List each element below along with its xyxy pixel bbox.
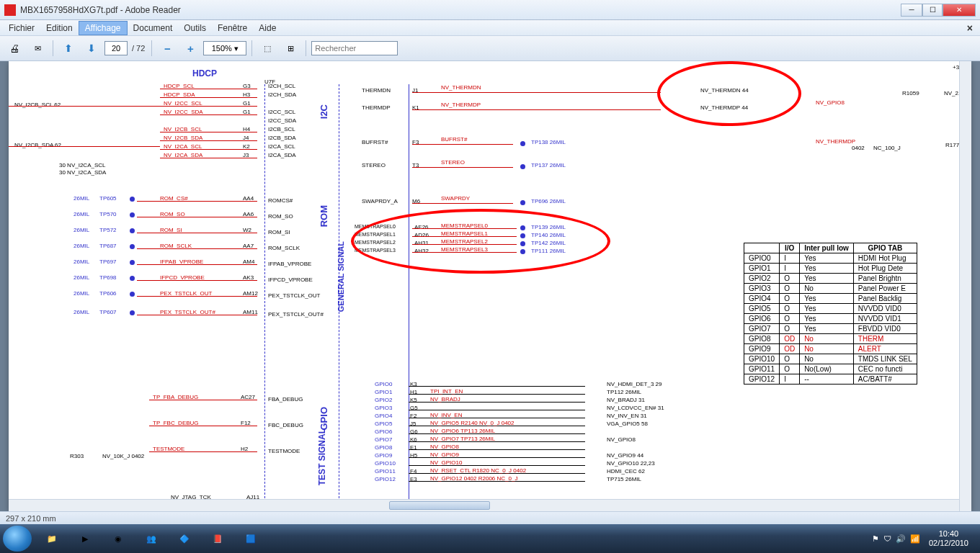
offpage: VGA_GPIO5 58 bbox=[607, 421, 648, 427]
menu-document[interactable]: Document bbox=[128, 22, 179, 35]
clock-time: 10:40 bbox=[929, 529, 968, 539]
r303: R303 bbox=[70, 453, 84, 459]
table-row: GPIO1 I Yes Hot Plug Dete bbox=[744, 264, 917, 274]
wire bbox=[137, 233, 257, 233]
tp-ref: TP698 bbox=[99, 274, 117, 281]
cell: No(Low) bbox=[800, 364, 854, 374]
wire bbox=[412, 203, 513, 204]
page-total: / 72 bbox=[132, 44, 145, 53]
table-row: GPIO10 O No TMDS LINK SEL bbox=[744, 354, 917, 364]
cell: OD bbox=[780, 344, 800, 354]
task-explorer[interactable]: 📁 bbox=[36, 526, 68, 552]
h-scrollbar-thumb[interactable] bbox=[389, 501, 490, 510]
pin-func: IFPCD_VPROBE bbox=[268, 276, 313, 283]
chip-mid-edge bbox=[339, 84, 339, 502]
wire bbox=[137, 217, 257, 217]
close-button[interactable]: ✕ bbox=[943, 4, 976, 17]
tp-mil: 26MIL bbox=[74, 243, 89, 249]
print-button[interactable] bbox=[4, 40, 24, 57]
tray-icon[interactable]: 📶 bbox=[910, 534, 920, 544]
cell: HDMI Hot Plug bbox=[853, 253, 917, 264]
cell: Yes bbox=[800, 324, 854, 334]
v-scrollbar[interactable] bbox=[959, 61, 971, 511]
pin: AC27 bbox=[241, 394, 255, 400]
menu-affichage[interactable]: Affichage bbox=[79, 21, 128, 35]
cell: O bbox=[780, 274, 800, 284]
gpio-func: GPIO9 bbox=[375, 452, 392, 459]
net: NV_INV_EN bbox=[430, 412, 462, 418]
window-buttons: ─ ☐ ✕ bbox=[901, 4, 976, 17]
test-point-icon bbox=[130, 228, 135, 233]
task-app1[interactable]: 🔷 bbox=[169, 526, 200, 552]
menu-fenetre[interactable]: Fenêtre bbox=[212, 22, 253, 35]
task-msn[interactable]: 👥 bbox=[135, 526, 167, 552]
test-point-icon bbox=[520, 164, 525, 169]
pin: AA4 bbox=[243, 195, 254, 202]
task-wmp[interactable]: ▶ bbox=[69, 526, 101, 552]
gpio-th-3: GPIO TAB bbox=[853, 243, 917, 253]
pin-func: IFPAB_VPROBE bbox=[268, 261, 311, 267]
page-number-input[interactable] bbox=[104, 41, 128, 55]
minimize-button[interactable]: ─ bbox=[901, 4, 922, 17]
tp-ref: TP137 26MIL bbox=[531, 162, 566, 168]
page-up-button[interactable] bbox=[58, 40, 79, 57]
fit-page-button[interactable]: ⊞ bbox=[280, 40, 300, 57]
zoom-in-button[interactable] bbox=[180, 40, 200, 57]
task-reader[interactable]: 📕 bbox=[202, 526, 233, 552]
doc-close-button[interactable]: × bbox=[963, 22, 977, 34]
separator bbox=[53, 40, 53, 56]
start-button[interactable] bbox=[3, 526, 32, 552]
zoom-level[interactable]: 150% ▾ bbox=[203, 41, 246, 55]
net: NV_GPIO12 0402 R2006 NC_0_J bbox=[430, 475, 517, 482]
net: NV_GPIO8 bbox=[430, 444, 459, 450]
fit-width-button[interactable]: ⬚ bbox=[257, 40, 277, 57]
tp-ref: TP687 bbox=[99, 243, 117, 249]
cell: OD bbox=[780, 334, 800, 344]
menu-aide[interactable]: Aide bbox=[253, 22, 282, 35]
task-app2[interactable]: 🟦 bbox=[235, 526, 267, 552]
maximize-button[interactable]: ☐ bbox=[922, 4, 943, 17]
net: NV_GPIO5 R2140 NV_0_J 0402 bbox=[430, 420, 514, 426]
menu-fichier[interactable]: Fichier bbox=[3, 22, 40, 35]
tray-icon[interactable]: 🔊 bbox=[896, 534, 906, 544]
gpio-func: GPIO10 bbox=[375, 460, 396, 467]
cell: GPIO9 bbox=[744, 344, 780, 354]
wire bbox=[137, 248, 257, 249]
chip-left-edge bbox=[264, 84, 265, 502]
cell: O bbox=[780, 354, 800, 364]
cell: I bbox=[780, 264, 800, 274]
document-area[interactable]: HDCP U7F I2C ROM GENERAL SIGNAL GPIO TES… bbox=[0, 61, 980, 511]
tp-ref: TP570 bbox=[99, 211, 117, 217]
test-point-icon bbox=[520, 200, 525, 205]
cell: Hot Plug Dete bbox=[853, 264, 917, 274]
pin: AK3 bbox=[243, 274, 254, 281]
h-scrollbar[interactable] bbox=[9, 499, 959, 511]
net: NV_THERMDN bbox=[441, 84, 481, 91]
cell: Panel Brightn bbox=[853, 274, 917, 284]
table-row: GPIO7 O Yes FBVDD VID0 bbox=[744, 324, 917, 334]
table-row: GPIO9 OD No ALERT bbox=[744, 344, 917, 354]
mail-button[interactable]: ✉ bbox=[27, 40, 48, 57]
tray-icon[interactable]: ⚑ bbox=[872, 534, 879, 544]
search-input[interactable] bbox=[311, 41, 398, 55]
cell: GPIO7 bbox=[744, 324, 780, 334]
cell: No bbox=[800, 344, 854, 354]
test-point-icon bbox=[130, 260, 135, 265]
table-row: GPIO11 O No(Low) CEC no functi bbox=[744, 364, 917, 374]
test-point-icon bbox=[130, 197, 135, 202]
pin-func: FBA_DEBUG bbox=[268, 396, 303, 403]
page-down-button[interactable] bbox=[81, 40, 102, 57]
menu-outils[interactable]: Outils bbox=[178, 22, 212, 35]
offpage: NV_LCDVCC_EN# 31 bbox=[607, 405, 664, 411]
tray-icon[interactable]: 🛡 bbox=[883, 534, 891, 543]
gpio-func: GPIO0 bbox=[375, 381, 392, 387]
func: STEREO bbox=[362, 162, 386, 168]
menu-edition[interactable]: Edition bbox=[40, 22, 79, 35]
wire bbox=[137, 315, 257, 315]
task-chrome[interactable]: ◉ bbox=[102, 526, 134, 552]
wire bbox=[137, 280, 257, 281]
clock[interactable]: 10:40 02/12/2010 bbox=[925, 529, 973, 548]
system-tray[interactable]: ⚑ 🛡 🔊 📶 10:40 02/12/2010 bbox=[872, 529, 977, 548]
zoom-out-button[interactable] bbox=[157, 40, 177, 57]
tp-ref: TP138 26MIL bbox=[531, 139, 566, 145]
